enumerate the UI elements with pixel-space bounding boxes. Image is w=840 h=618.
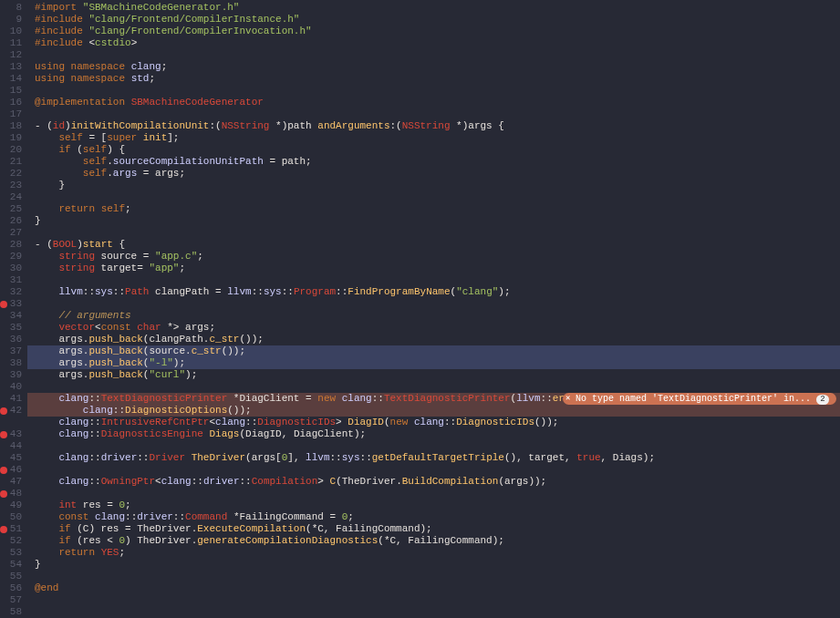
code-line[interactable] xyxy=(27,298,840,310)
code-line[interactable]: if (res < 0) TheDriver.generateCompilati… xyxy=(27,535,840,547)
line-number: 27 xyxy=(4,227,22,239)
token-p: ( xyxy=(71,144,83,155)
code-line[interactable]: llvm::sys::Path clangPath = llvm::sys::P… xyxy=(27,286,840,298)
token-kw: if xyxy=(58,535,70,546)
line-number: 26 xyxy=(4,215,22,227)
token-kw: self xyxy=(101,203,125,214)
error-icon[interactable] xyxy=(0,431,7,438)
code-line[interactable]: clang::driver::Driver TheDriver(args[0],… xyxy=(27,452,840,464)
code-line[interactable]: #import "SBMachineCodeGenerator.h" xyxy=(27,2,840,14)
token-p: *FailingCommand = xyxy=(227,511,341,522)
code-line[interactable]: self = [super init]; xyxy=(27,132,840,144)
code-line[interactable]: // arguments xyxy=(27,310,840,322)
code-line[interactable]: args.push_back("-l"); xyxy=(27,357,840,369)
code-line[interactable] xyxy=(27,227,840,239)
code-line[interactable]: using namespace clang; xyxy=(27,61,840,73)
token-p xyxy=(95,203,101,214)
token-kw: using namespace xyxy=(35,61,131,72)
token-kw: return xyxy=(58,547,95,558)
token-str: "-l" xyxy=(149,357,172,368)
error-bubble[interactable]: No type named 'TextDiagnosticPrinter' in… xyxy=(563,393,836,405)
token-p: ; xyxy=(161,61,168,72)
code-line[interactable] xyxy=(27,440,840,452)
token-p: :: xyxy=(88,393,100,404)
code-line[interactable]: string target= "app"; xyxy=(27,263,840,274)
error-icon[interactable] xyxy=(0,467,7,474)
line-number: 47 xyxy=(4,476,22,488)
code-line[interactable]: clang::DiagnosticOptions()); xyxy=(27,405,840,417)
token-str: cstdio xyxy=(95,37,131,48)
code-line[interactable]: @implementation SBMachineCodeGenerator xyxy=(27,97,840,108)
code-line[interactable] xyxy=(27,85,840,97)
code-line[interactable]: - (BOOL)start { xyxy=(27,239,840,251)
token-p: :: xyxy=(330,452,342,463)
code-line[interactable]: return self; xyxy=(27,203,840,215)
error-icon[interactable] xyxy=(0,526,7,533)
token-id: > xyxy=(131,37,138,48)
code-line[interactable] xyxy=(27,594,840,606)
error-icon[interactable] xyxy=(0,301,7,308)
code-line[interactable]: return YES; xyxy=(27,547,840,559)
code-line[interactable] xyxy=(27,108,840,120)
code-line[interactable] xyxy=(27,49,840,61)
code-line[interactable]: args.push_back("curl"); xyxy=(27,369,840,381)
token-p: :( xyxy=(209,120,221,131)
code-line[interactable]: @end xyxy=(27,582,840,594)
token-p xyxy=(35,203,58,214)
code-line[interactable] xyxy=(27,274,840,286)
code-line[interactable]: vector<const char *> args; xyxy=(27,322,840,334)
code-editor[interactable]: 8910111213141516171819202122232425262728… xyxy=(0,0,840,618)
code-line[interactable]: - (id)initWithCompilationUnit:(NSString … xyxy=(27,120,840,132)
token-p: target= xyxy=(95,263,149,273)
token-ns: clang xyxy=(83,405,113,416)
code-line[interactable] xyxy=(27,191,840,203)
token-fn: start xyxy=(83,239,113,250)
line-number: 21 xyxy=(4,156,22,168)
code-line[interactable] xyxy=(27,571,840,582)
code-line[interactable]: int res = 0; xyxy=(27,500,840,511)
token-p: ; xyxy=(197,251,203,262)
code-line[interactable]: #include <cstdio> xyxy=(27,37,840,49)
code-line[interactable]: #include "clang/Frontend/CompilerInvocat… xyxy=(27,26,840,37)
code-line[interactable]: } xyxy=(27,180,840,191)
code-line[interactable]: using namespace std; xyxy=(27,73,840,85)
error-icon[interactable] xyxy=(0,407,7,415)
code-line[interactable]: args.push_back(source.c_str()); xyxy=(27,345,840,357)
token-p: ]; xyxy=(167,132,179,143)
code-line[interactable]: clang::DiagnosticsEngine Diags(DiagID, D… xyxy=(27,428,840,440)
token-str: "clang/Frontend/CompilerInstance.h" xyxy=(88,14,299,25)
code-line[interactable]: const clang::driver::Command *FailingCom… xyxy=(27,511,840,523)
token-ns: clang xyxy=(58,393,88,404)
token-p xyxy=(35,156,83,167)
code-line[interactable] xyxy=(27,488,840,500)
code-line[interactable] xyxy=(27,464,840,476)
line-number: 56 xyxy=(4,582,22,594)
token-p: ()); xyxy=(227,405,251,416)
code-line[interactable]: if (C) res = TheDriver.ExecuteCompilatio… xyxy=(27,523,840,535)
code-line[interactable]: } xyxy=(27,559,840,571)
token-p: , Diags); xyxy=(601,452,655,463)
code-line[interactable]: clang::OwningPtr<clang::driver::Compilat… xyxy=(27,476,840,488)
code-line[interactable]: self.sourceCompilationUnitPath = path; xyxy=(27,156,840,168)
token-ns: clang xyxy=(95,511,125,522)
code-area[interactable]: #import "SBMachineCodeGenerator.h"#inclu… xyxy=(27,0,840,618)
code-line[interactable]: self.args = args; xyxy=(27,168,840,180)
code-line[interactable]: if (self) { xyxy=(27,144,840,156)
code-line[interactable] xyxy=(27,381,840,393)
token-p xyxy=(35,251,58,262)
code-line[interactable]: } xyxy=(27,215,840,227)
token-ns: clang xyxy=(161,476,192,487)
token-type: Program xyxy=(294,286,336,297)
token-prop: args xyxy=(113,168,137,179)
line-number: 19 xyxy=(4,132,22,144)
token-kw: using namespace xyxy=(35,73,131,84)
line-number: 49 xyxy=(4,500,22,511)
token-cmt: // arguments xyxy=(58,310,130,321)
code-line[interactable]: args.push_back(clangPath.c_str()); xyxy=(27,334,840,345)
token-fn: generateCompilationDiagnostics xyxy=(197,535,378,546)
code-line[interactable]: clang::IntrusiveRefCntPtr<clang::Diagnos… xyxy=(27,417,840,428)
code-line[interactable]: string source = "app.c"; xyxy=(27,251,840,263)
error-icon[interactable] xyxy=(0,490,7,498)
token-ns: driver xyxy=(137,511,173,522)
code-line[interactable]: #include "clang/Frontend/CompilerInstanc… xyxy=(27,14,840,26)
